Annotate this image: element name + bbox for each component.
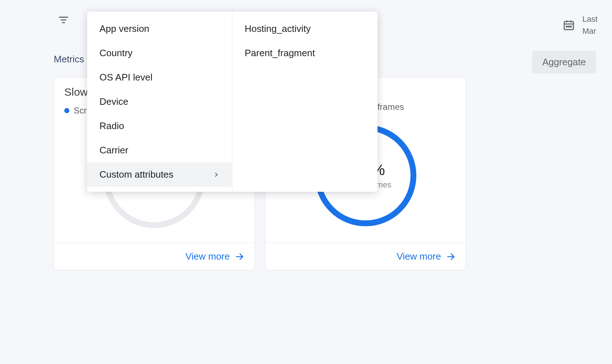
arrow-right-icon (235, 252, 244, 261)
dropdown-item-app-version[interactable]: App version (87, 17, 232, 41)
date-line-1: Last (582, 13, 597, 25)
svg-rect-3 (564, 21, 574, 30)
date-range-picker[interactable]: Last Mar (563, 13, 597, 37)
svg-point-8 (568, 26, 570, 27)
legend-dot-icon (64, 108, 69, 113)
view-more-button[interactable]: View more (185, 251, 244, 262)
dropdown-item-country[interactable]: Country (87, 41, 232, 65)
dropdown-primary-column: App version Country OS API level Device … (87, 12, 232, 192)
dropdown-item-label: App version (99, 23, 149, 34)
dropdown-item-label: Parent_fragment (245, 47, 315, 59)
dropdown-item-parent-fragment[interactable]: Parent_fragment (232, 41, 378, 65)
dropdown-item-custom-attributes[interactable]: Custom attributes (87, 162, 232, 187)
filter-dropdown: App version Country OS API level Device … (87, 12, 378, 192)
dropdown-item-carrier[interactable]: Carrier (87, 138, 232, 162)
calendar-icon (563, 19, 575, 31)
dropdown-item-device[interactable]: Device (87, 90, 232, 114)
dropdown-item-radio[interactable]: Radio (87, 114, 232, 138)
svg-point-9 (571, 26, 572, 27)
metrics-tab[interactable]: Metrics (54, 54, 84, 65)
dropdown-item-hosting-activity[interactable]: Hosting_activity (232, 17, 378, 41)
view-more-button[interactable]: View more (397, 251, 456, 262)
dropdown-item-label: Carrier (99, 145, 128, 156)
card-footer: View more (54, 243, 254, 270)
dropdown-item-label: Custom attributes (99, 169, 174, 180)
filter-icon[interactable] (58, 15, 69, 25)
card-footer: View more (265, 243, 466, 270)
legend-text: Scr (74, 106, 87, 116)
dropdown-item-os-api-level[interactable]: OS API level (87, 65, 232, 90)
aggregate-toggle[interactable]: Aggregate (532, 51, 596, 74)
dropdown-item-label: OS API level (99, 72, 152, 83)
arrow-right-icon (446, 252, 456, 261)
date-range-text: Last Mar (582, 13, 597, 37)
chevron-right-icon (213, 171, 220, 178)
view-more-label: View more (185, 251, 230, 262)
date-line-2: Mar (582, 25, 597, 37)
dropdown-item-label: Hosting_activity (245, 23, 311, 34)
svg-point-7 (566, 26, 567, 27)
dropdown-item-label: Device (99, 96, 128, 107)
view-more-label: View more (397, 251, 441, 262)
dropdown-submenu-column: Hosting_activity Parent_fragment (232, 12, 378, 192)
card-title-text: Slow (64, 86, 88, 98)
dropdown-item-label: Country (99, 47, 132, 59)
dropdown-item-label: Radio (99, 120, 124, 132)
